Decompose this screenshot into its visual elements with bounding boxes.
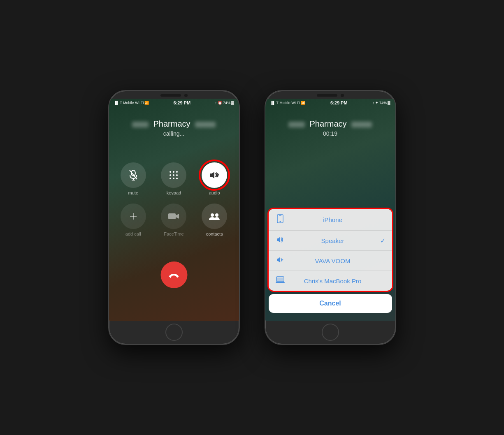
facetime-label: FaceTime [164, 231, 184, 236]
nav-icon-2: ↑ [372, 101, 374, 105]
svg-point-11 [173, 178, 174, 179]
phone-2: ▐▌ T-Mobile Wi-Fi 📶 6:29 PM ↑ ✦ 74% ▓ Ph… [265, 90, 396, 345]
speaker-checkmark: ✓ [380, 237, 386, 245]
phone-2-screen: ▐▌ T-Mobile Wi-Fi 📶 6:29 PM ↑ ✦ 74% ▓ Ph… [265, 99, 395, 321]
battery-icon: ▓ [231, 101, 234, 105]
call-duration: 00:19 [265, 130, 395, 137]
iphone-label: iPhone [290, 216, 376, 223]
svg-point-5 [173, 171, 174, 173]
status-bar-1: ▐▌ T-Mobile Wi-Fi 📶 6:29 PM ↑ ⏰ 74% ▓ [109, 99, 239, 106]
end-call-button[interactable] [160, 261, 187, 288]
facetime-circle[interactable] [161, 204, 186, 229]
nav-icon: ↑ [215, 101, 217, 105]
home-button-2[interactable] [322, 324, 339, 341]
status-bar-2: ▐▌ T-Mobile Wi-Fi 📶 6:29 PM ↑ ✦ 74% ▓ [265, 99, 395, 106]
vava-voom-icon [275, 256, 285, 265]
add-call-circle[interactable] [121, 204, 146, 229]
status-time-1: 6:29 PM [174, 100, 191, 105]
svg-point-4 [170, 171, 171, 173]
phone-camera [184, 94, 188, 97]
action-sheet-vava-voom[interactable]: VAVA VOOM [269, 251, 392, 271]
iphone-icon [275, 214, 285, 225]
audio-action-sheet: iPhone Speake [269, 209, 392, 291]
mute-button[interactable]: mute [117, 162, 150, 195]
wifi-icon: 📶 [144, 101, 149, 105]
phone-top-bar [109, 91, 239, 99]
macbook-icon [275, 276, 285, 285]
action-sheet-macbook[interactable]: Chris's MacBook Pro [269, 271, 392, 291]
cancel-button[interactable]: Cancel [269, 294, 392, 313]
mute-label: mute [128, 190, 138, 195]
svg-point-22 [279, 239, 279, 240]
caller-name-2: Pharmacy [265, 119, 395, 129]
speaker-label: Speaker [290, 237, 376, 244]
action-sheet-speaker[interactable]: Speaker ✓ [269, 231, 392, 251]
status-carrier-2: ▐▌ T-Mobile Wi-Fi 📶 [270, 101, 306, 105]
audio-label: audio [209, 190, 220, 195]
svg-rect-15 [168, 213, 176, 219]
phone-speaker [160, 94, 181, 97]
caller-blur-right-2 [351, 122, 372, 127]
signal-icon-2: ▐▌ [270, 101, 276, 105]
contacts-label: contacts [206, 231, 223, 236]
keypad-label: keypad [167, 190, 181, 195]
caller-blur-right [195, 122, 216, 127]
svg-rect-24 [277, 278, 283, 281]
phone-2-speaker [317, 94, 337, 97]
bluetooth-icon-2: ✦ [375, 101, 379, 105]
mute-circle[interactable] [121, 162, 146, 188]
phone-1-screen: ▐▌ T-Mobile Wi-Fi 📶 6:29 PM ↑ ⏰ 74% ▓ Ph… [109, 99, 239, 321]
alarm-icon: ⏰ [218, 101, 222, 105]
caller-info-1: Pharmacy calling... [109, 119, 239, 137]
svg-point-9 [176, 174, 178, 176]
caller-blur-left-2 [288, 122, 305, 127]
caller-blur-left [132, 122, 149, 127]
svg-rect-20 [279, 215, 281, 216]
keypad-button[interactable]: keypad [158, 162, 190, 195]
caller-info-2: Pharmacy 00:19 [265, 119, 395, 137]
facetime-button[interactable]: FaceTime [158, 204, 190, 236]
caller-name-1: Pharmacy [109, 119, 239, 129]
keypad-circle[interactable] [161, 162, 186, 188]
svg-point-19 [279, 221, 281, 222]
phone-2-body: ▐▌ T-Mobile Wi-Fi 📶 6:29 PM ↑ ✦ 74% ▓ Ph… [265, 90, 396, 345]
add-call-button[interactable]: add call [117, 204, 150, 236]
svg-point-7 [170, 174, 171, 176]
status-battery-2: ↑ ✦ 74% ▓ [372, 101, 390, 105]
svg-point-16 [211, 213, 214, 217]
macbook-label: Chris's MacBook Pro [290, 278, 376, 285]
action-sheet-iphone[interactable]: iPhone [269, 209, 392, 231]
svg-point-21 [277, 239, 278, 240]
phone-2-top-bar [265, 91, 395, 99]
svg-point-12 [176, 178, 178, 179]
phone-2-camera [341, 94, 344, 97]
vava-voom-label: VAVA VOOM [290, 257, 376, 264]
status-carrier-1: ▐▌ T-Mobile Wi-Fi 📶 [114, 101, 149, 105]
contacts-circle[interactable] [202, 204, 227, 229]
action-sheet-overlay: iPhone Speake [265, 209, 395, 321]
status-battery-1: ↑ ⏰ 74% ▓ [215, 101, 234, 105]
wifi-icon-2: 📶 [301, 101, 305, 105]
phone-1-body: ▐▌ T-Mobile Wi-Fi 📶 6:29 PM ↑ ⏰ 74% ▓ Ph… [108, 90, 240, 345]
svg-point-6 [176, 171, 178, 173]
battery-icon-2: ▓ [388, 101, 390, 105]
svg-point-10 [170, 178, 171, 179]
home-button-1[interactable] [165, 324, 183, 341]
audio-button[interactable]: audio [198, 162, 231, 195]
svg-rect-26 [279, 282, 281, 283]
contacts-button[interactable]: contacts [198, 204, 231, 236]
signal-icon: ▐▌ [114, 101, 119, 105]
call-status-1: calling... [109, 130, 239, 137]
status-time-2: 6:29 PM [330, 100, 348, 105]
call-buttons-1: mute [109, 162, 239, 236]
add-call-label: add call [125, 231, 141, 236]
svg-point-17 [215, 213, 218, 217]
phone-1: ▐▌ T-Mobile Wi-Fi 📶 6:29 PM ↑ ⏰ 74% ▓ Ph… [108, 90, 240, 345]
audio-circle[interactable] [202, 162, 227, 188]
svg-point-8 [173, 174, 174, 176]
speaker-icon [275, 236, 285, 245]
